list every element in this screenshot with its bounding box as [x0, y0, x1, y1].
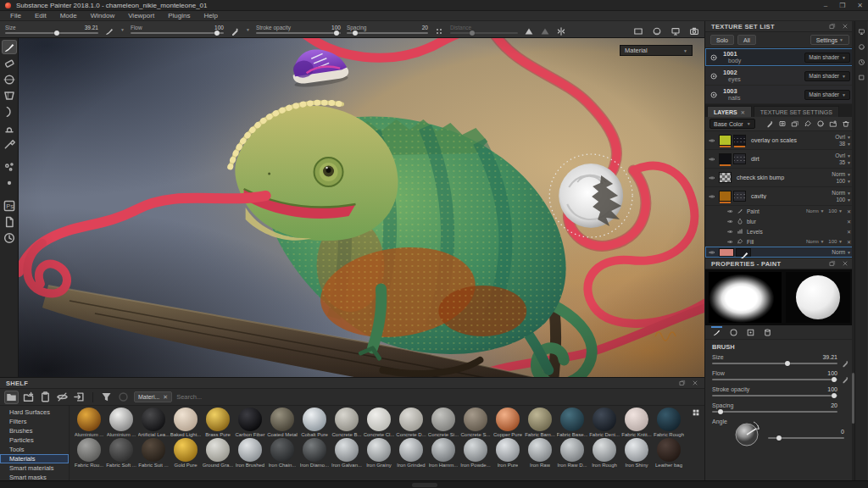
visibility-eye-icon[interactable]: [709, 137, 715, 144]
toolbar-param-distance[interactable]: Distance: [450, 25, 518, 34]
material-item[interactable]: Concrete B...: [331, 408, 363, 438]
slider-track[interactable]: [712, 363, 837, 364]
visibility-eye-icon[interactable]: [709, 175, 715, 181]
brush-param-spacing[interactable]: Spacing20: [712, 402, 848, 413]
angle-dial[interactable]: [732, 419, 763, 449]
shelf-category-tools[interactable]: Tools: [0, 445, 69, 454]
brush-param-flow[interactable]: Flow100: [712, 370, 848, 380]
tool-projection[interactable]: [3, 73, 16, 86]
visibility-eye-icon[interactable]: [727, 208, 733, 214]
shader-settings-icon[interactable]: [858, 43, 865, 51]
maximize-button[interactable]: ❒: [839, 2, 845, 9]
symmetry-button[interactable]: [556, 25, 566, 35]
splitter-handle[interactable]: [412, 483, 437, 487]
slider-track[interactable]: [768, 437, 844, 439]
content-icon[interactable]: [858, 74, 865, 81]
layer-thumbnail[interactable]: [719, 135, 732, 146]
menu-edit[interactable]: Edit: [35, 12, 47, 19]
3d-viewport[interactable]: Material ▼: [19, 38, 704, 377]
add-effect-icon[interactable]: [765, 119, 774, 128]
tool-particle[interactable]: [3, 160, 16, 173]
slider-knob[interactable]: [214, 30, 220, 36]
material-item[interactable]: Gold Pure: [170, 438, 202, 469]
slider-knob[interactable]: [353, 30, 358, 36]
material-item[interactable]: Fabric Rou...: [73, 438, 105, 469]
shelf-paste-button[interactable]: [39, 391, 52, 403]
brush-alpha-preview[interactable]: [709, 272, 782, 323]
tool-eraser[interactable]: [3, 57, 16, 69]
material-item[interactable]: Fabric Base...: [556, 408, 588, 438]
layer-row[interactable]: cheeck skin bump Norm ▼ 100 ▼: [705, 169, 854, 187]
layer-opacity-dropdown[interactable]: 38 ▼: [839, 141, 851, 147]
shader-dropdown[interactable]: Main shader▼: [804, 90, 850, 100]
material-item[interactable]: Cobalt Pure: [298, 408, 331, 438]
remove-effect-icon[interactable]: ✕: [847, 239, 851, 245]
shading-mode-dropdown[interactable]: Material ▼: [620, 45, 693, 56]
viewport-layout-button[interactable]: [633, 25, 643, 35]
close-icon[interactable]: [692, 380, 698, 386]
add-folder-icon[interactable]: [829, 119, 837, 128]
tool-document-resource[interactable]: [3, 215, 16, 228]
selected-paint-layer-row[interactable]: Norm ▼: [705, 247, 854, 258]
dock-icon[interactable]: [679, 380, 686, 386]
close-icon[interactable]: ✕: [741, 109, 745, 115]
pattern-button[interactable]: [434, 25, 444, 35]
texture-set-row-eyes[interactable]: 1002 eyes Main shader▼: [705, 67, 854, 86]
layer-opacity-dropdown[interactable]: 35 ▼: [839, 159, 851, 166]
layer-thumbnail[interactable]: [719, 153, 732, 164]
layer-thumbnail[interactable]: [719, 191, 732, 202]
alignment-tangent-button[interactable]: [524, 25, 534, 35]
material-sphere-icon[interactable]: [709, 53, 718, 62]
material-item[interactable]: Aluminium ...: [105, 408, 137, 438]
filter-funnel-button[interactable]: [100, 391, 113, 403]
menu-mode[interactable]: Mode: [60, 12, 77, 19]
slider-track[interactable]: [131, 32, 224, 34]
tab-material-icon[interactable]: [763, 328, 772, 337]
shelf-folder-button[interactable]: [5, 391, 18, 403]
remove-effect-icon[interactable]: ✕: [847, 208, 851, 214]
minimize-button[interactable]: –: [824, 2, 827, 9]
material-sphere-icon[interactable]: [709, 72, 718, 80]
tab-layers[interactable]: LAYERS✕: [707, 106, 752, 117]
effect-opacity-dropdown[interactable]: 100 ▼: [828, 239, 843, 244]
visibility-eye-icon[interactable]: [727, 219, 733, 225]
material-item[interactable]: Concrete Cl...: [363, 408, 395, 438]
layer-mask-thumbnail[interactable]: [733, 191, 746, 202]
search-input[interactable]: [176, 391, 431, 402]
visibility-eye-icon[interactable]: [727, 239, 733, 245]
effect-row[interactable]: Paint Norm ▼100 ▼✕: [705, 206, 854, 216]
tab-stencil-icon[interactable]: [746, 328, 755, 337]
slider-track[interactable]: [712, 395, 837, 396]
effect-blend-dropdown[interactable]: Norm ▼: [806, 208, 824, 214]
material-item[interactable]: Concrete S...: [459, 408, 492, 438]
material-item[interactable]: Iron Raw D...: [556, 438, 588, 469]
effect-row[interactable]: Levels ✕: [705, 226, 854, 236]
camera-button[interactable]: [689, 25, 699, 35]
panel-scrollbar[interactable]: [852, 21, 854, 480]
shelf-import-button[interactable]: [73, 391, 86, 403]
add-paint-bucket-icon[interactable]: [804, 119, 812, 128]
solo-button[interactable]: Solo: [710, 35, 734, 45]
effect-blend-dropdown[interactable]: Norm ▼: [806, 239, 824, 244]
history-icon[interactable]: [858, 58, 865, 66]
tab-brush-icon[interactable]: [712, 328, 721, 337]
shader-dropdown[interactable]: Main shader▼: [804, 53, 850, 63]
material-item[interactable]: Artificial Lea...: [137, 408, 170, 438]
stylus-pressure-icon[interactable]: [841, 375, 849, 384]
toolbar-param-spacing[interactable]: Spacing20: [347, 25, 428, 34]
menu-plugins[interactable]: Plugins: [168, 12, 190, 19]
tool-material-picker[interactable]: [3, 137, 16, 150]
shelf-category-brushes[interactable]: Brushes: [0, 426, 69, 435]
stroke-picker-button[interactable]: [230, 25, 240, 35]
close-button[interactable]: ✕: [857, 2, 863, 9]
dock-icon[interactable]: [829, 23, 836, 30]
toolbar-param-flow[interactable]: Flow100: [131, 25, 224, 34]
layer-opacity-dropdown[interactable]: 100 ▼: [836, 178, 851, 185]
close-icon[interactable]: [842, 23, 849, 30]
brush-param-size[interactable]: Size39.21: [712, 354, 848, 364]
menu-window[interactable]: Window: [91, 12, 114, 19]
slider-knob[interactable]: [776, 435, 782, 441]
slider-knob[interactable]: [54, 30, 59, 36]
blend-mode-dropdown[interactable]: Norm ▼: [832, 190, 851, 197]
settings-dropdown[interactable]: Settings ▼: [810, 35, 849, 45]
